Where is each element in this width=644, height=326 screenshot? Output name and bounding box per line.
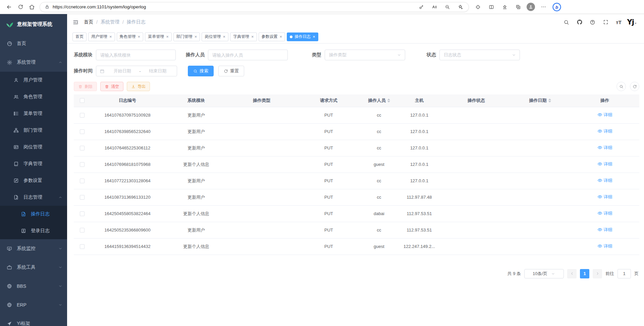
row-checkbox[interactable] (80, 211, 85, 216)
user-caret-down-icon[interactable] (634, 22, 637, 25)
sort-caret-icon[interactable] (548, 99, 551, 103)
sidebar-item-log-mgmt[interactable]: 日志管理 (0, 189, 67, 206)
module-input[interactable] (96, 50, 176, 60)
page-number-1[interactable]: 1 (580, 269, 589, 278)
font-size-button[interactable]: тT (615, 17, 623, 27)
sidebar-item-user-mgmt[interactable]: 用户管理 (0, 72, 67, 88)
row-checkbox[interactable] (80, 162, 85, 167)
tab-close-icon[interactable]: × (166, 35, 169, 39)
tab-home[interactable]: 首页 (72, 32, 87, 41)
clear-button[interactable]: 清空 (100, 82, 123, 91)
delete-button[interactable]: 删除 (74, 82, 97, 91)
table-search-button[interactable] (616, 82, 626, 91)
detail-link[interactable]: 详细 (597, 161, 612, 167)
extensions-button[interactable] (473, 2, 483, 12)
detail-link[interactable]: 详细 (597, 210, 612, 216)
tab-menu-mgmt[interactable]: 菜单管理× (145, 32, 172, 41)
github-button[interactable] (576, 17, 583, 27)
zoom-out-button[interactable] (444, 2, 451, 12)
next-page-button[interactable] (593, 269, 602, 278)
sidebar-item-system-monitor[interactable]: 系统监控 (0, 239, 67, 258)
detail-link[interactable]: 详细 (597, 194, 612, 200)
select-all-checkbox[interactable] (80, 98, 85, 103)
operator-input[interactable] (208, 50, 288, 60)
favorites-bar-button[interactable] (500, 2, 510, 12)
search-button[interactable]: 搜索 (188, 66, 214, 76)
cell-id: 1641087313696133120 (91, 189, 164, 205)
row-checkbox[interactable] (80, 179, 85, 183)
sidebar-item-home[interactable]: 首页 (0, 34, 67, 53)
sidebar-item-dict-mgmt[interactable]: 字典管理 (0, 155, 67, 172)
detail-link[interactable]: 详细 (597, 145, 612, 151)
table-refresh-button[interactable] (630, 82, 639, 91)
question-button[interactable] (589, 17, 596, 27)
detail-link[interactable]: 详细 (597, 128, 612, 134)
tab-dict-mgmt[interactable]: 字典管理× (230, 32, 257, 41)
more-button[interactable] (538, 2, 548, 12)
breadcrumb-home[interactable]: 首页 (84, 19, 93, 25)
status-select[interactable]: 日志状态 (439, 50, 520, 60)
tab-close-icon[interactable]: × (313, 35, 315, 39)
bing-button[interactable]: b (552, 2, 562, 12)
breadcrumb-system[interactable]: 系统管理 (101, 19, 119, 25)
detail-link[interactable]: 详细 (597, 227, 612, 233)
tab-close-icon[interactable]: × (195, 35, 197, 39)
address-bar[interactable]: https://ccnetcore.com:1101/system/log/op… (40, 2, 469, 12)
row-checkbox[interactable] (80, 113, 85, 118)
date-range-picker[interactable]: 开始日期 - 结束日期 (96, 66, 177, 76)
export-button[interactable]: 导出 (127, 82, 150, 91)
tab-oper-log[interactable]: 操作日志× (287, 32, 318, 41)
tab-dept-mgmt[interactable]: 部门管理× (173, 32, 200, 41)
sidebar-item-param-settings[interactable]: 参数设置 (0, 172, 67, 189)
tab-close-icon[interactable]: × (251, 35, 254, 39)
tab-close-icon[interactable]: × (109, 35, 112, 39)
key-button[interactable] (418, 2, 425, 12)
fullscreen-button[interactable] (602, 17, 609, 27)
home-button[interactable] (26, 2, 38, 12)
type-select[interactable]: 操作类型 (325, 50, 405, 60)
detail-link[interactable]: 详细 (597, 178, 612, 184)
tab-close-icon[interactable]: × (223, 35, 225, 39)
tab-close-icon[interactable]: × (280, 35, 282, 39)
sidebar-item-role-mgmt[interactable]: 角色管理 (0, 88, 67, 105)
sidebar-item-bbs[interactable]: BBS (0, 277, 67, 296)
row-checkbox[interactable] (80, 244, 85, 249)
user-logo[interactable]: Yj (627, 18, 634, 26)
row-checkbox[interactable] (80, 129, 85, 134)
sidebar-item-system-tools[interactable]: 系统工具 (0, 258, 67, 277)
collections-button[interactable] (513, 2, 523, 12)
reset-button[interactable]: 重置 (218, 66, 244, 76)
table-header-cell-date[interactable]: 操作日期 (510, 94, 570, 107)
sidebar-collapse-icon[interactable] (72, 19, 79, 25)
sidebar-item-menu-mgmt[interactable]: 菜单管理 (0, 105, 67, 122)
tab-param-settings[interactable]: 参数设置× (259, 32, 285, 41)
profile-button[interactable] (527, 3, 535, 11)
split-screen-button[interactable] (486, 2, 496, 12)
sidebar-item-login-log[interactable]: 登录日志 (0, 222, 67, 239)
page-size-select[interactable]: 10条/页 (524, 269, 564, 278)
sidebar-item-post-mgmt[interactable]: 岗位管理 (0, 139, 67, 155)
row-checkbox[interactable] (80, 146, 85, 150)
prev-page-button[interactable] (567, 269, 577, 278)
sidebar-item-yi-framework[interactable]: Yi框架 (0, 314, 67, 326)
sidebar-item-erp[interactable]: ERP (0, 296, 67, 314)
refresh-button[interactable] (15, 2, 26, 12)
back-button[interactable] (3, 2, 15, 12)
sidebar-item-oper-log[interactable]: 操作日志 (0, 206, 67, 222)
detail-link[interactable]: 详细 (597, 243, 612, 249)
sidebar-item-dept-mgmt[interactable]: 部门管理 (0, 122, 67, 139)
sort-caret-icon[interactable] (387, 99, 390, 103)
read-aloud-button[interactable] (431, 2, 438, 12)
tab-post-mgmt[interactable]: 岗位管理× (202, 32, 228, 41)
star-plus-button[interactable] (457, 2, 464, 12)
search-button[interactable] (563, 17, 570, 27)
sidebar-item-system-mgmt[interactable]: 系统管理 (0, 53, 67, 72)
tab-role-mgmt[interactable]: 角色管理× (117, 32, 144, 41)
detail-link[interactable]: 详细 (597, 112, 612, 118)
row-checkbox[interactable] (80, 195, 85, 200)
goto-page-input[interactable] (618, 269, 631, 278)
tab-close-icon[interactable]: × (138, 35, 141, 39)
tab-user-mgmt[interactable]: 用户管理× (88, 32, 115, 41)
table-header-cell-operator[interactable]: 操作人员 (362, 94, 396, 107)
row-checkbox[interactable] (80, 228, 85, 233)
